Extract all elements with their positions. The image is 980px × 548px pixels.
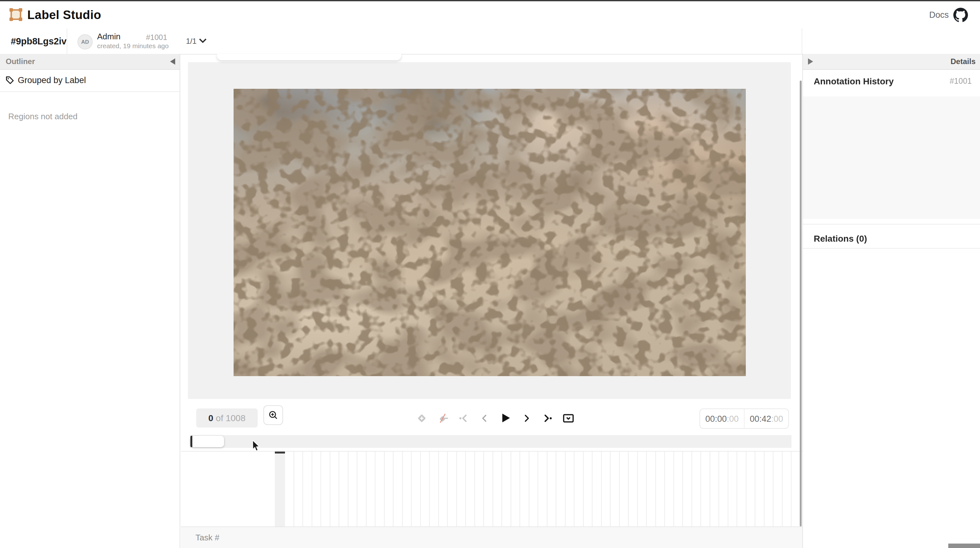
details-panel: Details Annotation History #1001 Relatio… (802, 54, 980, 548)
total-time-main: 00:42 (749, 414, 771, 423)
docs-link[interactable]: Docs (929, 10, 949, 20)
tag-icon (5, 75, 14, 85)
annotation-history-id: #1001 (950, 77, 972, 86)
video-film-specks (234, 89, 746, 376)
horizontal-scrollbar[interactable] (948, 543, 980, 548)
details-header: Details (803, 54, 980, 70)
divider (803, 248, 980, 249)
total-time: 00:42:00 (745, 409, 788, 428)
frame-chevron-icon (562, 411, 575, 425)
task-id: #9pb8Lgs2iv (11, 36, 67, 46)
prev-keyframe-icon (457, 412, 469, 424)
frames-timeline[interactable] (181, 451, 802, 527)
next-keyframe-button[interactable] (539, 410, 555, 426)
prev-frame-button[interactable] (477, 410, 492, 426)
seek-handle[interactable] (191, 436, 224, 447)
outliner-panel: Outliner Grouped by Label Regions not ad… (0, 54, 180, 548)
regions-empty-message: Regions not added (8, 112, 78, 121)
label-studio-logo-icon (9, 8, 23, 22)
chevron-down-icon (199, 38, 207, 44)
timeline-collapse-button[interactable] (560, 410, 576, 426)
annotation-history-empty-area (803, 97, 980, 219)
divider (802, 29, 802, 54)
group-mode-label: Grouped by Label (18, 75, 86, 85)
zoom-in-icon (268, 410, 278, 421)
frame-counter[interactable]: 0 of 1008 (196, 408, 258, 427)
play-button[interactable] (498, 410, 513, 426)
floating-toolbar (217, 54, 401, 60)
relations-title: Relations (0) (814, 233, 867, 243)
vertical-scrollbar[interactable] (799, 81, 802, 526)
task-number-label: Task # (196, 533, 219, 542)
total-frames: of 1008 (216, 413, 245, 423)
annotation-created-time: created, 19 minutes ago (97, 42, 169, 49)
video-frame[interactable] (234, 89, 746, 376)
playhead-tick (275, 451, 285, 453)
annotation-pagination: 1/1 (186, 37, 196, 46)
play-icon (498, 411, 512, 425)
github-icon[interactable] (953, 8, 968, 22)
playhead-column[interactable] (275, 451, 285, 527)
prev-keyframe-button[interactable] (456, 410, 471, 426)
next-keyframe-icon (541, 412, 553, 424)
frames-grid[interactable] (285, 451, 791, 527)
current-time-main: 00:00 (705, 414, 727, 423)
seek-position-marker (191, 436, 192, 447)
annotator-name: Admin (97, 32, 121, 41)
annotation-toolbar: #9pb8Lgs2iv AD Admin created, 19 minutes… (0, 29, 980, 54)
divider (67, 29, 67, 54)
annotation-id: #1001 (146, 33, 167, 42)
group-by-selector[interactable]: Grouped by Label (0, 70, 180, 92)
chevron-left-icon (479, 413, 490, 423)
toggle-interpolation-button[interactable] (435, 410, 450, 426)
current-frame: 0 (208, 413, 213, 423)
zoom-in-button[interactable] (263, 405, 283, 425)
timeline-footer: Task # (181, 526, 802, 548)
annotation-history-title: Annotation History (814, 76, 894, 86)
avatar: AD (78, 34, 93, 49)
outliner-title: Outliner (6, 57, 35, 66)
collapse-left-icon[interactable] (170, 58, 175, 65)
seek-track[interactable] (190, 435, 791, 448)
keyframe-slash-icon (436, 411, 449, 425)
keyframe-add-icon (415, 411, 428, 425)
details-title: Details (950, 57, 975, 66)
add-keyframe-button[interactable] (414, 410, 429, 426)
app-header: Label Studio Docs (0, 1, 980, 29)
mouse-cursor (252, 440, 259, 451)
annotation-selector[interactable]: AD Admin created, 19 minutes ago #1001 1… (71, 29, 217, 54)
label-studio-app: Label Studio Docs #9pb8Lgs2iv AD Admin c… (0, 0, 980, 548)
current-time-frames: :00 (727, 414, 739, 423)
time-display: 00:00:00 00:42:00 (700, 408, 789, 429)
app-title: Label Studio (27, 8, 101, 22)
outliner-header: Outliner (0, 54, 180, 70)
chevron-right-icon (521, 413, 531, 423)
divider (803, 224, 980, 224)
expand-right-icon[interactable] (808, 58, 813, 65)
total-time-frames: :00 (771, 414, 783, 423)
next-frame-button[interactable] (519, 410, 534, 426)
current-time: 00:00:00 (700, 409, 745, 428)
